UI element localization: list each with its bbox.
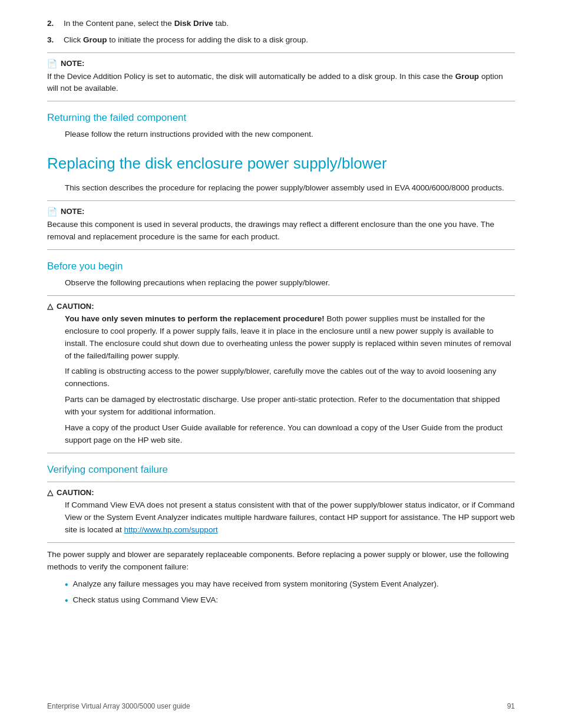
bullet-dot-2: •	[65, 595, 68, 607]
note-1-header: 📄 NOTE:	[47, 59, 515, 68]
bullet-text-1: Analyze any failure messages you may hav…	[73, 578, 439, 591]
note-2-wrapper: 📄 NOTE: Because this component is used i…	[47, 207, 515, 243]
step-list: 2. In the Content pane, select the Disk …	[47, 18, 515, 47]
bullet-list: • Analyze any failure messages you may h…	[65, 578, 515, 608]
caution-1-header: △ CAUTION:	[47, 302, 515, 311]
divider-6	[47, 453, 515, 453]
caution-1-icon: △	[47, 302, 53, 311]
footer-page-number: 91	[507, 702, 515, 710]
caution-1-block: △ CAUTION: You have only seven minutes t…	[47, 302, 515, 447]
step-2-number: 2.	[47, 18, 64, 29]
returning-body: Please follow the return instructions pr…	[65, 129, 515, 141]
caution-1-p1: You have only seven minutes to perform t…	[65, 313, 515, 363]
footer-doc-title: Enterprise Virtual Array 3000/5000 user …	[47, 702, 190, 710]
step-2-bold: Disk Drive	[174, 19, 213, 28]
note-1-wrapper: 📄 NOTE: If the Device Addition Policy is…	[47, 59, 515, 95]
note-2-label: NOTE:	[61, 207, 84, 216]
page: 2. In the Content pane, select the Disk …	[0, 0, 562, 728]
note-1-label: NOTE:	[61, 59, 84, 68]
note-1-body: If the Device Addition Policy is set to …	[47, 71, 515, 95]
caution-1-p3: Parts can be damaged by electrostatic di…	[65, 394, 515, 419]
caution-1-p4: Have a copy of the product User Guide av…	[65, 422, 515, 447]
step-3: 3. Click Group to initiate the process f…	[47, 34, 515, 46]
caution-2-label: CAUTION:	[57, 488, 94, 497]
caution-1-body: You have only seven minutes to perform t…	[65, 313, 515, 447]
before-body: Observe the following precautions when r…	[65, 277, 515, 289]
hp-support-link[interactable]: http://www.hp.com/support	[124, 525, 218, 534]
caution-2-block: △ CAUTION: If Command View EVA does not …	[47, 488, 515, 536]
caution-1-bold: You have only seven minutes to perform t…	[65, 314, 325, 323]
step-3-number: 3.	[47, 34, 64, 46]
caution-2-header: △ CAUTION:	[47, 488, 515, 497]
caution-1-p2: If cabling is obstructing access to the …	[65, 365, 515, 390]
caution-1-label: CAUTION:	[57, 302, 94, 311]
bullet-item-2: • Check status using Command View EVA:	[65, 594, 515, 607]
step-3-bold: Group	[83, 35, 107, 44]
step-2: 2. In the Content pane, select the Disk …	[47, 18, 515, 29]
note-2-icon: 📄	[47, 207, 57, 216]
divider-7	[47, 482, 515, 482]
returning-heading: Returning the failed component	[47, 112, 515, 124]
note-1-icon: 📄	[47, 59, 57, 68]
divider-2	[47, 101, 515, 101]
footer: Enterprise Virtual Array 3000/5000 user …	[47, 702, 515, 710]
verifying-heading: Verifying component failure	[47, 464, 515, 476]
note-1-bold: Group	[455, 72, 480, 81]
divider-4	[47, 249, 515, 250]
step-3-content: Click Group to initiate the process for …	[64, 34, 515, 46]
verifying-body: The power supply and blower are separate…	[47, 549, 515, 574]
note-2-header: 📄 NOTE:	[47, 207, 515, 216]
chapter-heading: Replacing the disk enclosure power suppl…	[47, 154, 515, 174]
step-2-content: In the Content pane, select the Disk Dri…	[64, 18, 515, 29]
divider-5	[47, 295, 515, 296]
before-heading: Before you begin	[47, 261, 515, 272]
bullet-text-2: Check status using Command View EVA:	[73, 594, 218, 607]
divider-8	[47, 542, 515, 543]
caution-2-body: If Command View EVA does not present a s…	[65, 499, 515, 536]
divider-3	[47, 200, 515, 201]
bullet-dot-1: •	[65, 579, 68, 591]
chapter-body: This section describes the procedure for…	[65, 182, 515, 195]
divider-1	[47, 52, 515, 53]
caution-2-icon: △	[47, 488, 53, 497]
caution-2-p1: If Command View EVA does not present a s…	[65, 499, 515, 536]
bullet-item-1: • Analyze any failure messages you may h…	[65, 578, 515, 591]
note-2-body: Because this component is used in severa…	[47, 219, 515, 243]
